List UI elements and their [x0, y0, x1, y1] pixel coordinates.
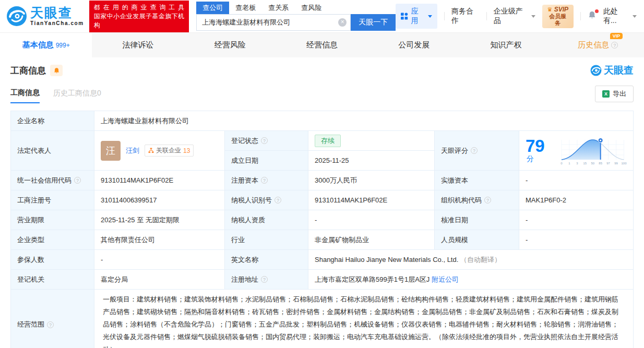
search-tab-company[interactable]: 查公司: [196, 2, 229, 14]
promo-banner: 都在用的商业查询工具 国家中小企业发展子基金旗下机构: [89, 1, 189, 32]
table-row: 统一社会信用代码? 91310114MAK1P6F02E 注册资本? 3000万…: [11, 171, 634, 190]
table-row: 登记机关 嘉定分局 注册地址? 上海市嘉定区双单路599弄1号1层A区J 附近公…: [11, 270, 634, 290]
table-row: 法定代表人 汪 汪剑 关联企业 1: [11, 131, 634, 151]
status-badge: 存续: [315, 135, 341, 147]
field-label: 核准日期: [435, 210, 519, 230]
business-info-section: 工商信息 天眼查 工商信息 历史工商信息0 X: [0, 57, 644, 348]
section-title: 工商信息: [10, 65, 46, 77]
nav-enterprise[interactable]: 企业级产品: [494, 7, 535, 26]
avatar[interactable]: 汪: [101, 141, 121, 161]
field-label: 纳税人资质: [225, 210, 308, 230]
nav-cooperation[interactable]: 商务合作: [451, 7, 480, 26]
table-row: 工商注册号 310114006399517 纳税人识别号? 91310114MA…: [11, 190, 634, 210]
help-icon[interactable]: ?: [471, 147, 478, 154]
notification-dot: [595, 9, 599, 13]
crown-icon: ♛: [547, 6, 552, 13]
tab-intellectual-property[interactable]: 知识产权: [460, 33, 552, 57]
field-label: 登记状态 ?: [225, 131, 308, 151]
tab-basic-info[interactable]: 基本信息 999+: [0, 33, 92, 57]
svg-text:15: 15: [583, 161, 587, 164]
divider: [580, 12, 581, 20]
table-row: 企业类型 其他有限责任公司 行业 非金属矿物制品业 人员规模 -: [11, 230, 634, 250]
excel-icon: X: [602, 90, 610, 98]
subtab-business-info[interactable]: 工商信息: [10, 88, 40, 103]
apps-grid-icon: [401, 13, 408, 20]
nearby-companies-link[interactable]: 附近公司: [432, 275, 459, 283]
search-tabs: 查公司 查老板 查关系 查风险: [196, 2, 396, 14]
export-button[interactable]: X 导出: [595, 86, 634, 102]
subtab-history-business-info[interactable]: 历史工商信息0: [53, 89, 101, 103]
search-input[interactable]: [196, 14, 351, 31]
main-header: 天眼查 TianYanCha.com 都在用的商业查询工具 国家中小企业发展子基…: [0, 0, 644, 32]
search-tab-risk[interactable]: 查风险: [295, 2, 328, 14]
help-icon[interactable]: ?: [261, 276, 268, 283]
business-info-table: 企业名称 上海海螺建业新材料有限公司 法定代表人 汪 汪剑: [10, 111, 634, 348]
help-icon[interactable]: ?: [261, 177, 268, 184]
notification-bell-icon[interactable]: [588, 11, 597, 21]
svg-text:85: 85: [599, 161, 602, 164]
help-icon[interactable]: ?: [261, 137, 268, 144]
field-label: 经营范围?: [11, 290, 94, 348]
field-label: 人员规模: [435, 230, 519, 250]
field-label: 英文名称: [225, 250, 308, 270]
tab-count-badge: 999+: [56, 42, 70, 49]
field-label: 成立日期: [225, 151, 308, 171]
nav-account-menu[interactable]: 此处有...: [603, 7, 637, 26]
legal-rep-link[interactable]: 汪剑: [126, 146, 139, 155]
monitor-bell-icon[interactable]: [50, 65, 63, 76]
tab-operating-risk[interactable]: 经营风险: [184, 33, 276, 57]
help-icon[interactable]: ?: [275, 197, 281, 203]
field-label: 法定代表人: [11, 131, 94, 171]
field-label: 统一社会信用代码?: [11, 171, 94, 190]
help-icon[interactable]: ?: [611, 42, 618, 49]
page: 天眼查 TianYanCha.com 都在用的商业查询工具 国家中小企业发展子基…: [0, 0, 644, 348]
tab-history-info[interactable]: 历史信息 VIP ?: [552, 33, 644, 57]
divider: [444, 12, 445, 20]
help-icon[interactable]: ?: [47, 321, 54, 328]
brand-domain: TianYanCha.com: [30, 21, 84, 26]
brand-name: 天眼查: [30, 6, 84, 19]
address-value: 上海市嘉定区双单路599弄1号1层A区J: [315, 275, 430, 283]
english-name-value: Shanghai Hailuo Jianye New Materials Co.…: [315, 256, 458, 263]
field-label: 行业: [225, 230, 308, 250]
company-name-value: 上海海螺建业新材料有限公司: [94, 111, 634, 131]
apps-menu[interactable]: 应用: [396, 4, 437, 29]
score-value: 79: [526, 136, 545, 155]
svip-member-button[interactable]: ♛ SVIP 会员服务: [542, 5, 574, 28]
svg-text:97: 97: [606, 161, 610, 164]
brand-logo[interactable]: 天眼查 TianYanCha.com: [6, 6, 84, 27]
related-companies-badge[interactable]: 关联企业 13: [145, 145, 194, 157]
table-row: 经营范围? 一般项目：建筑材料销售；建筑装饰材料销售；水泥制品销售；石棉制品销售…: [11, 290, 634, 348]
field-label: 参保人数: [11, 250, 94, 270]
svg-text:1: 1: [568, 161, 570, 164]
help-icon[interactable]: ?: [74, 177, 81, 184]
search-tab-relation[interactable]: 查关系: [262, 2, 295, 14]
company-tabbar: 基本信息 999+ 法律诉讼 经营风险 经营信息 公司发展 知识产权 历史信息 …: [0, 32, 644, 57]
search-button[interactable]: 天眼一下: [351, 14, 396, 31]
auto-translate-note: （自动翻译）: [460, 256, 501, 263]
field-label: 组织机构代码?: [435, 190, 519, 210]
divider: [486, 12, 487, 20]
promo-line-1: 都在用的商业查询工具: [94, 3, 185, 12]
vip-badge: VIP: [610, 33, 623, 39]
svg-text:0: 0: [560, 161, 563, 164]
search-tab-boss[interactable]: 查老板: [229, 2, 262, 14]
tab-legal-proceedings[interactable]: 法律诉讼: [92, 33, 184, 57]
tyc-watermark-icon: [590, 65, 602, 76]
chevron-down-icon: [633, 15, 637, 18]
field-label: 登记机关: [11, 270, 94, 290]
business-scope-value: 一般项目：建筑材料销售；建筑装饰材料销售；水泥制品销售；石棉制品销售；石棉水泥制…: [94, 290, 634, 348]
svg-text:100: 100: [621, 161, 627, 164]
tab-operating-info[interactable]: 经营信息: [276, 33, 368, 57]
field-label: 企业名称: [11, 111, 94, 131]
svg-text:3: 3: [576, 161, 578, 164]
field-label: 纳税人识别号?: [225, 190, 308, 210]
field-label: 营业期限: [11, 210, 94, 230]
top-nav: 应用 商务合作 企业级产品 ♛ SVIP 会员服务: [396, 4, 637, 29]
tyc-watermark: 天眼查: [590, 64, 634, 77]
field-label: 企业类型: [11, 230, 94, 250]
score-chart: 79分: [526, 136, 627, 166]
help-icon[interactable]: ?: [484, 197, 491, 203]
tab-company-development[interactable]: 公司发展: [368, 33, 460, 57]
chevron-down-icon: [531, 15, 535, 18]
